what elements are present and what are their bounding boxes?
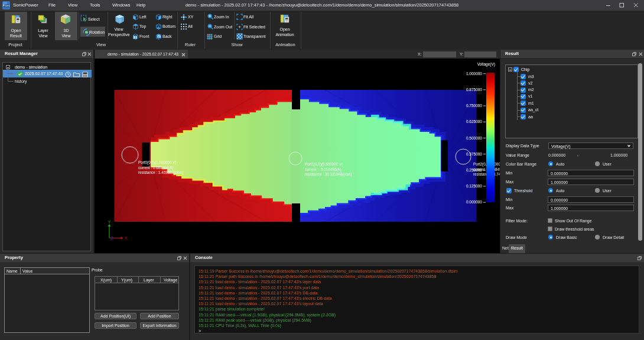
svg-text:Z: Z <box>110 236 113 240</box>
svg-text:current : -0.016495(A): current : -0.016495(A) <box>305 167 341 172</box>
svg-text:resistance : 30.311848(ohm): resistance : 30.311848(ohm) <box>305 172 352 177</box>
svg-text:Voltage(V): Voltage(V) <box>477 62 495 67</box>
svg-text:0.750000: 0.750000 <box>466 103 482 108</box>
svg-text:current : 0.684984(A): current : 0.684984(A) <box>138 166 174 170</box>
svg-text:0.250000: 0.250000 <box>466 168 482 172</box>
svg-text:X: X <box>125 236 128 240</box>
svg-text:Port1(0,0)(0.500000 V): Port1(0,0)(0.500000 V) <box>305 162 343 167</box>
svg-text:resistance : 1.459888(ohm): resistance : 1.459888(ohm) <box>138 170 184 175</box>
svg-text:Y: Y <box>108 220 111 224</box>
svg-text:1.000000: 1.000000 <box>466 72 482 76</box>
svg-text:0.000000: 0.000000 <box>466 200 482 204</box>
svg-text:0.875000: 0.875000 <box>466 88 482 92</box>
svg-text:0.375000: 0.375000 <box>466 152 482 156</box>
svg-text:0.625000: 0.625000 <box>466 119 482 124</box>
svg-text:0.125000: 0.125000 <box>466 184 482 188</box>
svg-text:Port0(0,0)(1.000000 V): Port0(0,0)(1.000000 V) <box>138 160 176 165</box>
svg-text:3D: 3D <box>85 31 88 34</box>
svg-text:0.500000: 0.500000 <box>466 136 482 140</box>
